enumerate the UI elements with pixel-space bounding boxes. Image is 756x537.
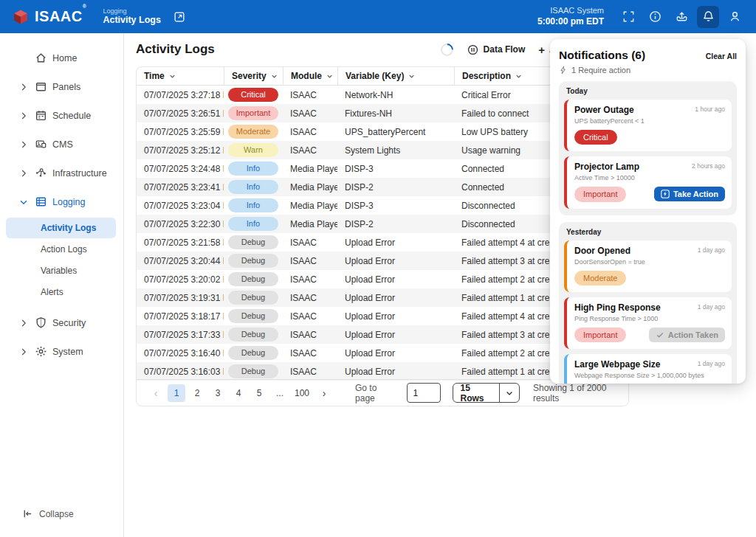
sidebar-item-schedule[interactable]: Schedule — [0, 101, 123, 130]
cell-variable: UPS_batteryPercent — [337, 127, 454, 137]
notification-time-ago: 2 hours ago — [692, 162, 725, 170]
sidebar-item-cms[interactable]: CMS — [0, 130, 123, 159]
sidebar-item-infrastructure[interactable]: Infrastructure — [0, 159, 123, 187]
sidebar-item-label: Infrastructure — [52, 168, 107, 179]
page-button-100[interactable]: 100 — [292, 384, 312, 402]
panels-icon — [35, 80, 47, 93]
take-action-button[interactable]: Take Action — [654, 187, 725, 201]
brand-name: ISAAC® — [35, 8, 86, 25]
severity-badge: Debug — [228, 328, 278, 342]
cell-variable: DISP-2 — [337, 182, 454, 193]
chevron-down-icon — [500, 389, 519, 398]
page-button-1[interactable]: 1 — [168, 384, 185, 402]
cell-variable: Upload Error — [337, 238, 454, 248]
cell-variable: DISP-3 — [337, 201, 454, 211]
notification-condition: DoorSensorOpen = true — [574, 258, 725, 266]
severity-badge: Critical — [574, 130, 617, 145]
severity-badge: Debug — [228, 346, 278, 360]
chevron-placeholder — [18, 53, 29, 63]
cell-time: 07/07/2025 3:22:30 PM — [137, 219, 224, 229]
sidebar-item-label: Schedule — [52, 111, 91, 121]
cell-severity: Info — [224, 198, 283, 212]
page-button-2[interactable]: 2 — [188, 384, 206, 402]
data-flow-toggle[interactable]: Data Flow — [467, 44, 526, 56]
cell-time: 07/07/2025 3:16:40 PM — [137, 348, 224, 358]
notification-title: Large Webpage Size — [574, 359, 660, 370]
cell-variable: Upload Error — [337, 367, 454, 377]
column-header-module[interactable]: Module — [283, 67, 337, 85]
fullscreen-icon — [622, 10, 636, 24]
cell-severity: Debug — [224, 235, 283, 249]
rows-per-page-value: 15 Rows — [453, 383, 500, 403]
collapse-label: Collapse — [39, 509, 74, 519]
column-header-variable-key[interactable]: Variable (Key) — [337, 67, 454, 85]
breadcrumb-current-page: Activity Logs — [103, 15, 161, 26]
prev-page-button[interactable]: ‹ — [147, 384, 165, 402]
notification-card-projector-lamp[interactable]: Projector Lamp 2 hours ago Active Time >… — [564, 156, 732, 208]
page-button-4[interactable]: 4 — [230, 384, 247, 402]
cell-module: ISAAC — [283, 330, 337, 340]
data-flow-label: Data Flow — [484, 44, 526, 55]
notification-card-door-opened[interactable]: Door Opened 1 day ago DoorSensorOpen = t… — [564, 240, 732, 292]
page-title: Activity Logs — [136, 42, 215, 57]
column-header-severity[interactable]: Severity — [224, 67, 283, 85]
logging-icon — [35, 195, 47, 208]
notification-card-power-outage[interactable]: Power Outage 1 hour ago UPS batteryPerce… — [564, 100, 732, 151]
fullscreen-button[interactable] — [617, 6, 639, 28]
external-link-icon[interactable] — [173, 10, 186, 24]
cell-variable: System Lights — [337, 145, 454, 156]
notifications-button[interactable] — [697, 6, 719, 28]
sidebar-item-label: Panels — [52, 82, 80, 92]
collapse-icon — [22, 508, 33, 519]
sidebar-item-panels[interactable]: Panels — [0, 72, 123, 101]
sidebar-subitem-variables[interactable]: Variables — [6, 260, 116, 281]
cell-time: 07/07/2025 3:23:04 PM — [137, 201, 224, 211]
rows-per-page-select[interactable]: 15 Rows — [453, 383, 520, 403]
sidebar-subitem-action-logs[interactable]: Action Logs — [6, 239, 116, 260]
cell-time: 07/07/2025 3:20:02 PM — [137, 274, 224, 285]
cell-severity: Debug — [224, 346, 283, 360]
page-button-3[interactable]: 3 — [209, 384, 227, 402]
chevron-right-icon — [18, 168, 29, 179]
severity-badge: Important — [228, 106, 278, 120]
sort-chevron-icon — [168, 72, 176, 80]
chevron-down-icon — [18, 197, 29, 207]
cell-module: Media Player — [283, 219, 337, 229]
sidebar-item-logging[interactable]: Logging — [0, 187, 123, 216]
clear-all-button[interactable]: Clear All — [706, 52, 737, 60]
cell-variable: Upload Error — [337, 293, 454, 303]
notification-group: Yesterday Door Opened 1 day ago DoorSens… — [559, 222, 737, 384]
notification-card-large-webpage-size[interactable]: Large Webpage Size 1 day ago Webpage Res… — [564, 354, 732, 384]
upload-button[interactable] — [670, 6, 693, 28]
info-button[interactable] — [644, 6, 666, 28]
sidebar-item-security[interactable]: Security — [0, 308, 123, 337]
loading-spinner-icon — [438, 41, 456, 58]
notification-card-high-ping-response[interactable]: High Ping Response 1 day ago Ping Respon… — [564, 297, 732, 349]
cell-module: ISAAC — [283, 256, 337, 266]
severity-badge: Important — [574, 187, 626, 201]
cell-module: ISAAC — [283, 293, 337, 303]
cell-time: 07/07/2025 3:19:31 PM — [137, 293, 224, 303]
cell-time: 07/07/2025 3:18:17 PM — [137, 311, 224, 322]
column-header-time[interactable]: Time — [137, 67, 224, 85]
sidebar-collapse-button[interactable]: Collapse — [22, 508, 74, 519]
system-time: 5:00:00 pm EDT — [537, 16, 604, 27]
sidebar-subitem-alerts[interactable]: Alerts — [6, 282, 116, 302]
chevron-right-icon — [18, 111, 29, 121]
sidebar-subitem-activity-logs[interactable]: Activity Logs — [6, 218, 116, 238]
go-to-page-input[interactable] — [407, 383, 441, 403]
brand-logo[interactable]: ISAAC® — [12, 8, 86, 26]
schedule-icon — [35, 109, 47, 122]
cell-module: Media Player — [283, 201, 337, 211]
sidebar-item-home[interactable]: Home — [0, 44, 123, 72]
cell-variable: DISP-2 — [337, 219, 454, 229]
cell-severity: Info — [224, 217, 283, 231]
chevron-right-icon — [18, 347, 29, 357]
cell-variable: Upload Error — [337, 256, 454, 266]
notification-condition: UPS batteryPercent < 1 — [574, 117, 725, 125]
cell-time: 07/07/2025 3:23:41 PM — [137, 182, 224, 193]
next-page-button[interactable]: › — [315, 384, 333, 402]
page-button-5[interactable]: 5 — [250, 384, 268, 402]
sidebar-item-system[interactable]: System — [0, 337, 123, 366]
user-button[interactable] — [724, 6, 746, 28]
